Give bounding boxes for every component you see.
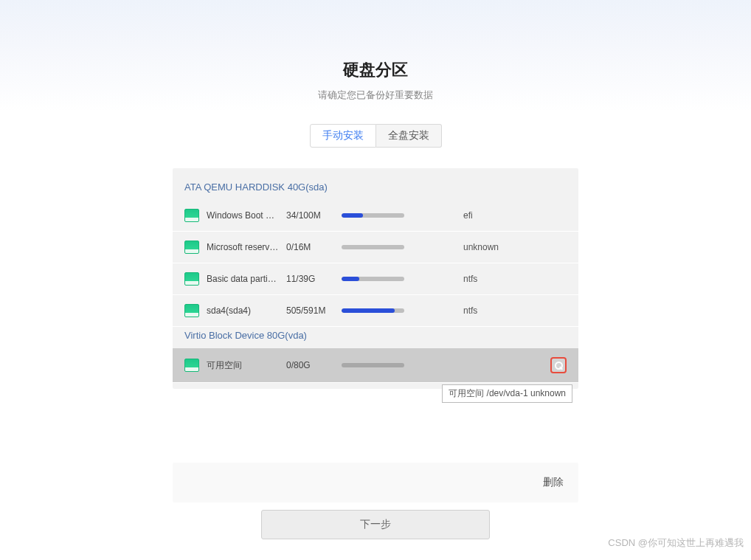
partition-size: 0/80G	[286, 360, 342, 370]
partition-fs: unknown	[463, 242, 567, 252]
drive-icon	[184, 272, 199, 286]
partition-row[interactable]: Windows Boot … 34/100M efi	[173, 200, 578, 232]
tab-full-install[interactable]: 全盘安装	[376, 124, 442, 148]
drive-icon	[184, 359, 199, 372]
page-title: 硬盘分区	[343, 59, 408, 81]
disk-header-sda: ATA QEMU HARDDISK 40G(sda)	[173, 179, 578, 200]
partition-name: 可用空间	[207, 359, 286, 372]
partition-row[interactable]: Microsoft reserv… 0/16M unknown	[173, 232, 578, 263]
partition-usage-bar	[342, 363, 404, 367]
partition-size: 505/591M	[286, 305, 342, 316]
next-button[interactable]: 下一步	[261, 510, 490, 539]
partition-usage-bar	[342, 245, 404, 249]
partition-size: 11/39G	[286, 274, 342, 284]
watermark: CSDN @你可知这世上再难遇我	[608, 536, 744, 550]
partition-row[interactable]: Basic data parti… 11/39G ntfs	[173, 263, 578, 295]
drive-icon	[184, 304, 199, 317]
bottom-action-bar: 删除	[173, 463, 578, 502]
drive-icon	[184, 209, 199, 222]
partition-name: Microsoft reserv…	[207, 242, 286, 252]
partition-size: 34/100M	[286, 210, 342, 221]
install-mode-tabs: 手动安装 全盘安装	[310, 124, 442, 148]
page-subtitle: 请确定您已备份好重要数据	[318, 89, 433, 102]
partition-name: sda4(sda4)	[207, 305, 286, 316]
partition-action-button[interactable]	[550, 357, 567, 373]
drive-icon	[184, 241, 199, 254]
partition-fs: efi	[463, 210, 567, 221]
partition-fs: ntfs	[463, 305, 567, 316]
tab-manual-install[interactable]: 手动安装	[310, 124, 376, 148]
partition-usage-bar	[342, 213, 404, 218]
partition-name: Basic data parti…	[207, 274, 286, 284]
partition-name: Windows Boot …	[207, 210, 286, 221]
partition-size: 0/16M	[286, 242, 342, 252]
disk-header-vda: Virtio Block Device 80G(vda)	[173, 327, 578, 348]
partition-row-selected[interactable]: 可用空间 0/80G 可用空间 /dev/vda-1 unknown	[173, 348, 578, 383]
partition-row[interactable]: sda4(sda4) 505/591M ntfs	[173, 295, 578, 327]
partition-usage-bar	[342, 277, 404, 281]
delete-button[interactable]: 删除	[543, 476, 564, 489]
partition-tooltip: 可用空间 /dev/vda-1 unknown	[442, 384, 572, 403]
magnifier-icon	[555, 362, 563, 370]
partition-usage-bar	[342, 308, 404, 313]
partition-fs: ntfs	[463, 274, 567, 284]
disk-panel: ATA QEMU HARDDISK 40G(sda) Windows Boot …	[173, 168, 578, 389]
